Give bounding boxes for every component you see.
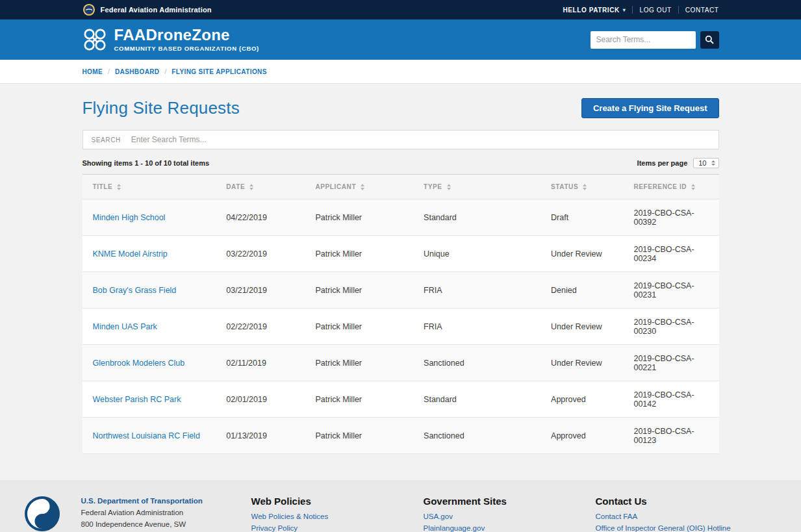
column-header-reference-id[interactable]: REFERENCE ID (623, 175, 718, 199)
site-title-link[interactable]: KNME Model Airstrip (93, 249, 168, 259)
top-bar: Federal Aviation Administration HELLO PA… (0, 0, 801, 19)
table-search-input[interactable] (131, 135, 710, 144)
site-title-link[interactable]: Northwest Louisiana RC Field (93, 431, 200, 440)
date-cell: 02/01/2019 (216, 381, 305, 418)
user-menu[interactable]: HELLO PATRICK ▾ (563, 6, 626, 14)
date-cell: 02/11/2019 (216, 345, 305, 381)
divider (632, 6, 633, 14)
web-policies-heading: Web Policies (251, 496, 424, 507)
type-cell: Sanctioned (413, 418, 540, 454)
site-title-link[interactable]: Bob Gray's Grass Field (93, 286, 177, 295)
status-cell: Under Review (540, 345, 623, 381)
site-title-link[interactable]: Minden UAS Park (93, 322, 157, 331)
breadcrumb-separator: / (165, 68, 167, 75)
government-sites-heading: Government Sites (424, 496, 596, 507)
footer: U.S. Department of Transportation Federa… (0, 480, 801, 532)
applicant-cell: Patrick Miller (305, 381, 413, 418)
sort-icon (249, 184, 253, 190)
reference-id-cell: 2019-CBO-CSA-00230 (623, 309, 718, 345)
column-header-status[interactable]: STATUS (540, 175, 623, 199)
showing-items-text: Showing items 1 - 10 of 10 total items (83, 159, 210, 167)
oig-hotline-link[interactable]: Office of Inspector General (OIG) Hotlin… (596, 523, 778, 532)
reference-id-cell: 2019-CBO-CSA-00123 (623, 418, 718, 454)
address-line: 800 Independence Avenue, SW (81, 519, 203, 531)
brand-name: FAADroneZone (114, 27, 259, 43)
date-cell: 04/22/2019 (216, 199, 305, 236)
breadcrumb-separator: / (108, 68, 110, 75)
table-body: Minden High School 04/22/2019 Patrick Mi… (83, 199, 719, 454)
page-title: Flying Site Requests (83, 98, 240, 118)
dronezone-logo-icon (83, 27, 107, 52)
status-cell: Denied (540, 272, 623, 309)
header-search-button[interactable] (700, 31, 719, 49)
privacy-policy-link[interactable]: Privacy Policy (251, 523, 424, 532)
search-label: SEARCH (92, 136, 121, 144)
date-cell: 02/22/2019 (216, 309, 305, 345)
table-row: Bob Gray's Grass Field 03/21/2019 Patric… (83, 272, 719, 309)
brand[interactable]: FAADroneZone COMMUNITY BASED ORGANIZATIO… (83, 27, 259, 52)
table-row: Northwest Louisiana RC Field 01/13/2019 … (83, 418, 719, 454)
type-cell: Sanctioned (413, 345, 540, 381)
breadcrumb: HOME / DASHBOARD / FLYING SITE APPLICATI… (83, 68, 719, 75)
create-flying-site-request-button[interactable]: Create a Flying Site Request (581, 98, 719, 118)
items-per-page-value: 10 (698, 159, 706, 167)
dept-of-transportation: U.S. Department of Transportation (81, 496, 203, 507)
type-cell: Standard (413, 199, 540, 236)
column-header-date[interactable]: DATE (216, 175, 305, 199)
faa-seal-icon (83, 3, 95, 16)
status-cell: Approved (540, 418, 623, 454)
table-row: Webster Parish RC Park 02/01/2019 Patric… (83, 381, 719, 418)
date-cell: 03/21/2019 (216, 272, 305, 309)
status-cell: Under Review (540, 309, 623, 345)
usa-gov-link[interactable]: USA.gov (424, 511, 596, 523)
sort-icon (361, 184, 364, 190)
type-cell: FRIA (413, 272, 540, 309)
status-cell: Draft (540, 199, 623, 236)
dot-logo (24, 496, 60, 532)
items-per-page-select[interactable]: 10 (693, 158, 718, 168)
chevron-down-icon: ▾ (623, 7, 626, 13)
status-cell: Under Review (540, 236, 623, 272)
applicant-cell: Patrick Miller (305, 272, 413, 309)
reference-id-cell: 2019-CBO-CSA-00221 (623, 345, 718, 381)
site-title-link[interactable]: Webster Parish RC Park (93, 395, 181, 404)
applicant-cell: Patrick Miller (305, 345, 413, 381)
plainlanguage-gov-link[interactable]: Plainlanguage.gov (424, 523, 596, 532)
results-table: TITLE DATE APPLICANT TYPE STATUS REFEREN… (83, 174, 719, 454)
contact-faa-link[interactable]: Contact FAA (596, 511, 778, 523)
site-title-link[interactable]: Minden High School (93, 213, 166, 222)
contact-link[interactable]: CONTACT (685, 6, 719, 14)
breadcrumb-flying-site-applications[interactable]: FLYING SITE APPLICATIONS (172, 68, 266, 75)
sort-icon (117, 184, 121, 190)
header-search-input[interactable] (591, 31, 696, 49)
site-title-link[interactable]: Glenbrook Modelers Club (93, 359, 185, 368)
column-header-type[interactable]: TYPE (413, 175, 540, 199)
address-line: Federal Aviation Administration (81, 507, 203, 519)
sort-icon (691, 184, 695, 190)
contact-us-heading: Contact Us (596, 496, 778, 507)
applicant-cell: Patrick Miller (305, 236, 413, 272)
breadcrumb-dashboard[interactable]: DASHBOARD (115, 68, 160, 75)
breadcrumb-bar: HOME / DASHBOARD / FLYING SITE APPLICATI… (0, 60, 801, 84)
brand-subtitle: COMMUNITY BASED ORGANIZATION (CBO) (114, 45, 259, 52)
applicant-cell: Patrick Miller (305, 418, 413, 454)
type-cell: FRIA (413, 309, 540, 345)
column-header-applicant[interactable]: APPLICANT (305, 175, 413, 199)
table-header-row: TITLE DATE APPLICANT TYPE STATUS REFEREN… (83, 175, 719, 199)
logout-link[interactable]: LOG OUT (639, 6, 671, 14)
reference-id-cell: 2019-CBO-CSA-00142 (623, 381, 718, 418)
table-row: Glenbrook Modelers Club 02/11/2019 Patri… (83, 345, 719, 381)
agency-name: Federal Aviation Administration (101, 6, 212, 14)
table-row: Minden High School 04/22/2019 Patrick Mi… (83, 199, 719, 236)
reference-id-cell: 2019-CBO-CSA-00392 (623, 199, 718, 236)
date-cell: 01/13/2019 (216, 418, 305, 454)
table-row: KNME Model Airstrip 03/22/2019 Patrick M… (83, 236, 719, 272)
web-policies-notices-link[interactable]: Web Policies & Notices (251, 511, 424, 523)
table-search-panel: SEARCH (83, 130, 719, 149)
reference-id-cell: 2019-CBO-CSA-00231 (623, 272, 718, 309)
sort-icon (447, 184, 451, 190)
applicant-cell: Patrick Miller (305, 199, 413, 236)
column-header-title[interactable]: TITLE (83, 175, 216, 199)
breadcrumb-home[interactable]: HOME (83, 68, 103, 75)
main-header: FAADroneZone COMMUNITY BASED ORGANIZATIO… (0, 19, 801, 60)
